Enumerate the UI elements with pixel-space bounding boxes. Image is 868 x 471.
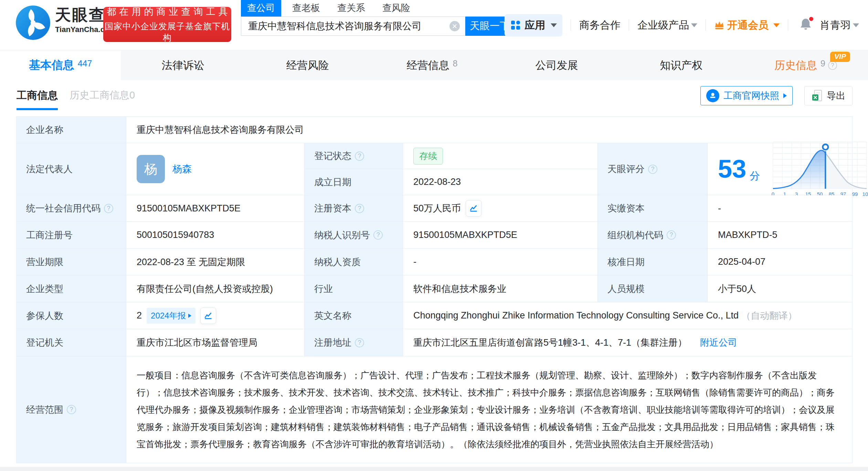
search-tab-relation[interactable]: 查关系 [331,0,371,17]
tab-count: 447 [78,59,92,69]
search-tab-company[interactable]: 查公司 [241,0,281,17]
help-icon[interactable]: ? [355,338,364,347]
field-value-company-name: 重庆中慧智科信息技术咨询服务有限公司 [126,117,853,143]
tab-count: 9 [821,59,825,69]
field-label-reg-capital: 注册资本 ? [305,195,403,222]
tab-operating-risk[interactable]: 经营风险 [245,50,370,80]
field-value-insured-count: 2 2024年报 [126,302,305,329]
promo-line2: 国家中小企业发展子基金旗下机构 [103,21,231,43]
help-icon[interactable]: ? [667,230,676,240]
excel-icon [812,90,823,102]
field-value-company-type: 有限责任公司(自然人投资或控股) [126,275,305,302]
nav-open-membership[interactable]: 开通会员 [714,18,780,32]
help-icon[interactable]: ? [828,61,837,70]
tianyancha-logo[interactable]: 天眼查 TianYanCha.com [15,3,116,41]
value-text: 500105015940783 [137,230,214,240]
subtab-history-registration[interactable]: 历史工商信息0 [70,88,135,102]
nav-enterprise-label: 企业级产品 [637,18,689,32]
export-button[interactable]: 导出 [804,86,853,105]
field-label-est-date: 成立日期 [305,169,403,195]
tab-legal-proceedings[interactable]: 法律诉讼 [121,50,245,80]
label-text: 登记机关 [26,336,63,349]
field-label-legal-rep: 法定代表人 [17,143,126,195]
svg-text:99: 99 [852,191,858,197]
tab-label: 经营风险 [286,58,329,73]
vip-badge: VIP [830,52,850,62]
score-value: 53 [718,156,746,182]
nav-cooperation[interactable]: 商务合作 [579,18,621,32]
clear-search-icon[interactable]: ✕ [449,21,460,31]
tab-basic-info[interactable]: 基本信息 447 [0,50,121,80]
tab-intellectual-property[interactable]: 知识产权 [619,50,743,80]
legal-rep-link[interactable]: 杨森 [172,163,192,176]
annual-report-badge[interactable]: 2024年报 [147,308,195,324]
help-icon[interactable]: ? [355,151,364,161]
tab-business-info[interactable]: 经营信息 8 [370,50,495,80]
divider [629,19,629,31]
apps-menu[interactable]: 应用 [505,14,562,36]
tab-count: 8 [453,59,458,69]
tab-company-development[interactable]: 公司发展 [494,50,619,80]
chevron-down-icon [853,23,859,27]
label-text: 经营范围 [26,404,63,416]
field-value-org-code: MABXKPTD-5 [708,222,853,249]
field-value-english-name: Chongqing Zhonghui Zhike Information Tec… [403,302,853,329]
value-text: 软件和信息技术服务业 [413,283,506,295]
field-label-business-term: 营业期限 [17,249,126,275]
value-text: 50万人民币 [413,202,461,214]
value-text: 小于50人 [718,283,756,295]
field-label-staff-size: 人员规模 [598,275,708,302]
score-unit: 分 [750,169,760,183]
label-text: 组织机构代码 [607,229,663,241]
nav-enterprise[interactable]: 企业级产品 [637,18,697,32]
label-text: 实缴资本 [607,202,645,214]
search-input[interactable] [241,17,465,36]
value-text: 2022-08-23 [413,177,461,187]
tab-history-info[interactable]: 历史信息 9 ? VIP [743,50,868,80]
help-icon[interactable]: ? [104,204,113,213]
svg-text:100: 100 [862,191,868,197]
label-text: 参保人数 [26,310,63,322]
tab-label: 历史信息 [774,58,817,73]
label-text: 法定代表人 [26,163,73,175]
value-text: - [413,257,416,267]
score-distribution-chart: 0 1 3 15 50 85 97 99 100 [768,140,868,198]
value-text: 2 [137,310,142,321]
tab-label: 基本信息 [29,57,74,73]
value-text: 91500105MABXKPTD5E [413,230,517,240]
field-value-reg-capital: 50万人民币 [403,195,598,222]
value-text: 2022-08-23 至 无固定期限 [137,256,245,268]
official-snapshot-button[interactable]: 工商官网快照 [700,86,793,105]
search-tab-risk[interactable]: 查风险 [376,0,416,17]
subtab-business-registration[interactable]: 工商信息 [17,88,58,110]
value-text: 重庆市江北区市场监督管理局 [137,336,257,349]
user-menu[interactable]: 肖青羽 [820,18,859,32]
label-text: 注册资本 [314,202,351,214]
avatar[interactable]: 杨 [137,155,165,183]
bottom-strip [0,467,868,471]
field-label-taxpayer-qualification: 纳税人资质 [305,249,403,275]
label-text: 营业期限 [26,256,63,268]
field-value-taxpayer-id: 91500105MABXKPTD5E [403,222,598,249]
notification-bell-icon[interactable] [800,18,812,32]
stamp-icon [706,89,719,102]
chevron-down-icon [691,23,697,27]
help-icon[interactable]: ? [648,165,657,174]
search-tab-boss[interactable]: 查老板 [286,0,326,17]
help-icon[interactable]: ? [373,230,383,240]
help-icon[interactable]: ? [355,204,364,213]
field-label-credit-code: 统一社会信用代码 ? [17,195,126,222]
label-text: 统一社会信用代码 [26,202,100,214]
arrow-right-icon [783,93,787,98]
value-text: 重庆市江北区五里店街道创富路5号1幢3-1、4-1、7-1（集群注册） [413,336,687,349]
field-value-business-term: 2022-08-23 至 无固定期限 [126,249,305,275]
field-value-registry: 重庆市江北区市场监督管理局 [126,329,305,356]
label-text: 纳税人资质 [314,256,361,268]
trend-chart-icon[interactable] [200,307,216,324]
help-icon[interactable]: ? [67,405,76,414]
promo-line1: 都在用的商业查询工具 [103,6,231,18]
trend-chart-icon[interactable] [466,200,481,217]
chevron-down-icon [551,23,557,27]
value-text: 重庆中慧智科信息技术咨询服务有限公司 [137,124,304,136]
nearby-companies-link[interactable]: 附近公司 [700,336,737,349]
